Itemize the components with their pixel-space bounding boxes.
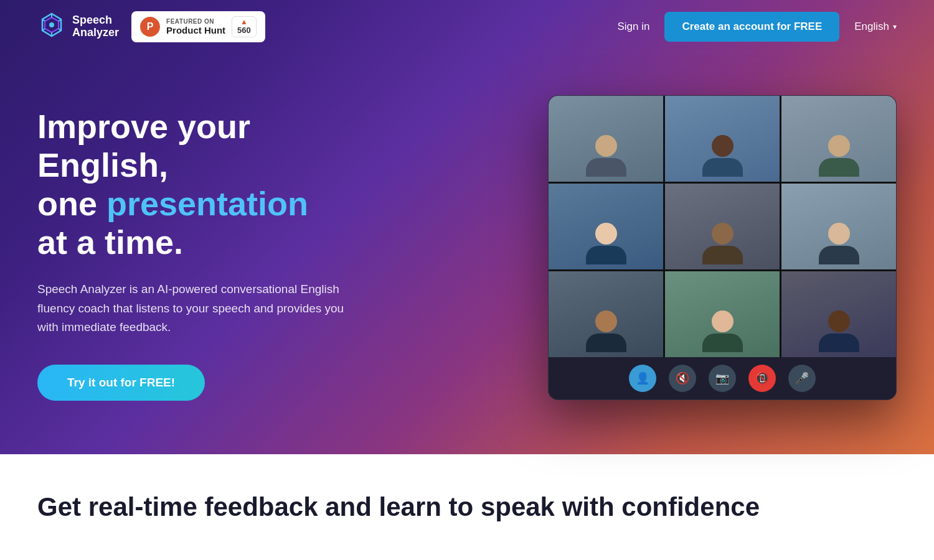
video-cell-7 bbox=[549, 271, 663, 357]
logo[interactable]: Speech Analyzer bbox=[37, 12, 119, 41]
sign-in-button[interactable]: Sign in bbox=[617, 21, 649, 33]
participant-4 bbox=[549, 184, 663, 269]
video-cell-5 bbox=[665, 184, 780, 269]
bottom-section: Get real-time feedback and learn to spea… bbox=[0, 454, 934, 560]
try-free-button[interactable]: Try it out for FREE! bbox=[37, 365, 205, 401]
hero-heading: Improve your English, one presentation a… bbox=[37, 107, 386, 261]
navbar-right: Sign in Create an account for FREE Engli… bbox=[617, 12, 897, 42]
participant-9 bbox=[781, 271, 896, 357]
end-call-button[interactable]: 📵 bbox=[748, 365, 776, 392]
language-selector-button[interactable]: English ▾ bbox=[854, 21, 897, 33]
participant-1-head bbox=[595, 135, 617, 157]
logo-text: Speech Analyzer bbox=[72, 14, 119, 39]
ph-featured-on-label: FEATURED ON bbox=[166, 18, 225, 25]
speaker-icon: 🎤 bbox=[795, 371, 809, 385]
hero-section: Speech Analyzer P FEATURED ON Product Hu… bbox=[0, 0, 934, 454]
participant-avatar-button[interactable]: 👤 bbox=[629, 365, 656, 392]
ph-vote-count: 560 bbox=[237, 26, 251, 35]
video-cell-1 bbox=[549, 96, 663, 182]
mute-icon: 🔇 bbox=[676, 371, 689, 385]
video-cell-3 bbox=[781, 96, 896, 182]
product-hunt-text: FEATURED ON Product Hunt bbox=[166, 18, 225, 35]
product-hunt-logo: P bbox=[140, 17, 160, 37]
participant-8 bbox=[665, 271, 780, 357]
video-call-mockup: 👤 🔇 📷 📵 🎤 bbox=[548, 95, 897, 400]
logo-speech: Speech bbox=[72, 14, 119, 27]
hero-text-block: Improve your English, one presentation a… bbox=[37, 95, 386, 401]
participant-6-body bbox=[819, 246, 859, 264]
participant-5 bbox=[665, 184, 780, 269]
participant-6 bbox=[781, 184, 896, 269]
svg-point-2 bbox=[49, 22, 54, 27]
language-label: English bbox=[854, 21, 889, 33]
hero-content: Improve your English, one presentation a… bbox=[0, 54, 934, 454]
participant-3-body bbox=[819, 158, 859, 177]
participant-7-head bbox=[595, 310, 617, 332]
participant-1-body bbox=[586, 158, 626, 177]
navbar-left: Speech Analyzer P FEATURED ON Product Hu… bbox=[37, 11, 265, 42]
participant-2-body bbox=[702, 158, 743, 177]
bottom-heading: Get real-time feedback and learn to spea… bbox=[37, 492, 897, 523]
video-icon: 📷 bbox=[715, 371, 729, 385]
participant-2 bbox=[665, 96, 780, 182]
participant-1 bbox=[549, 96, 663, 182]
video-toolbar: 👤 🔇 📷 📵 🎤 bbox=[549, 357, 896, 399]
participant-2-head bbox=[712, 135, 734, 157]
video-grid bbox=[549, 96, 896, 357]
end-call-icon: 📵 bbox=[755, 371, 769, 385]
participant-8-head bbox=[712, 310, 734, 332]
participant-9-body bbox=[819, 334, 859, 352]
participant-7 bbox=[549, 271, 663, 357]
participant-4-body bbox=[586, 246, 626, 264]
logo-analyzer: Analyzer bbox=[72, 27, 119, 39]
participant-4-head bbox=[595, 223, 617, 245]
ph-product-hunt-label: Product Hunt bbox=[166, 25, 225, 35]
hero-heading-line3: at a time. bbox=[37, 223, 183, 261]
chevron-down-icon: ▾ bbox=[893, 22, 897, 31]
video-cell-4 bbox=[549, 184, 663, 269]
logo-icon bbox=[37, 12, 66, 41]
video-cell-9 bbox=[781, 271, 896, 357]
video-cell-2 bbox=[665, 96, 780, 182]
participant-3 bbox=[781, 96, 896, 182]
hero-heading-line1: Improve your English, bbox=[37, 108, 250, 184]
product-hunt-badge[interactable]: P FEATURED ON Product Hunt ▲ 560 bbox=[131, 11, 265, 42]
hero-description: Speech Analyzer is an AI-powered convers… bbox=[37, 280, 349, 337]
ph-arrow-icon: ▲ bbox=[240, 18, 248, 26]
create-account-button[interactable]: Create an account for FREE bbox=[664, 12, 839, 42]
participant-9-head bbox=[828, 310, 850, 332]
participant-3-head bbox=[828, 135, 850, 157]
participant-5-body bbox=[702, 246, 743, 264]
participant-8-body bbox=[702, 334, 743, 352]
participant-6-head bbox=[828, 223, 850, 245]
participant-5-head bbox=[712, 223, 734, 245]
avatar-icon: 👤 bbox=[636, 371, 649, 385]
video-toggle-button[interactable]: 📷 bbox=[709, 365, 736, 392]
hero-heading-highlight: presentation bbox=[106, 185, 308, 222]
participant-7-body bbox=[586, 334, 626, 352]
hero-heading-line2-prefix: one bbox=[37, 185, 106, 222]
mute-button[interactable]: 🔇 bbox=[669, 365, 696, 392]
ph-upvote-box: ▲ 560 bbox=[232, 16, 257, 37]
video-cell-8 bbox=[665, 271, 780, 357]
speaker-button[interactable]: 🎤 bbox=[788, 365, 816, 392]
video-cell-6 bbox=[781, 184, 896, 269]
navbar: Speech Analyzer P FEATURED ON Product Hu… bbox=[0, 0, 934, 54]
